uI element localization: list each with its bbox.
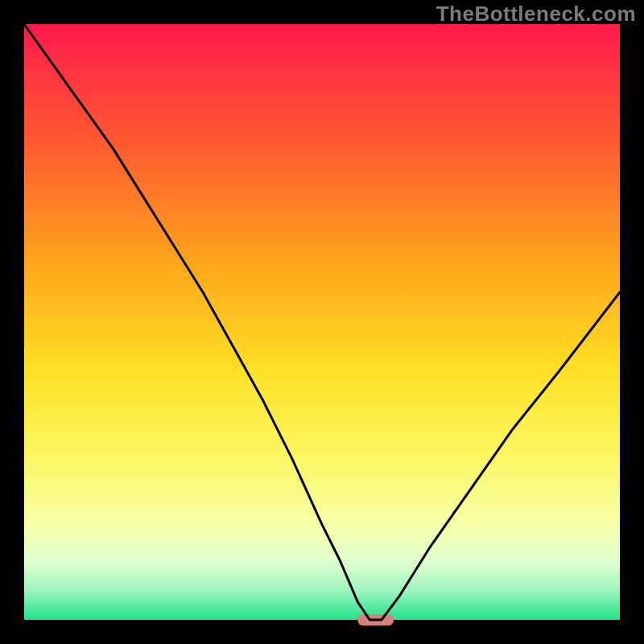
chart-container: TheBottleneck.com [0, 0, 644, 644]
bottleneck-chart [0, 0, 644, 644]
watermark-text: TheBottleneck.com [436, 2, 636, 27]
plot-area [24, 24, 620, 620]
